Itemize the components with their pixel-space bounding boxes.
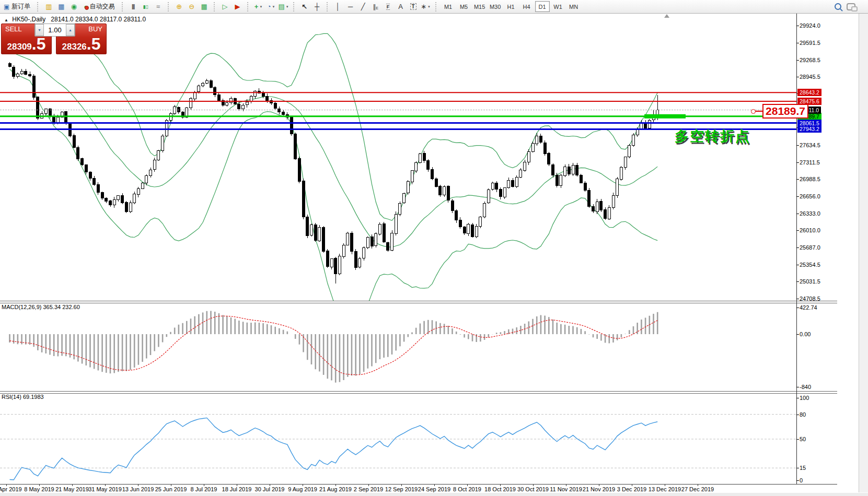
price-tick-mark <box>796 60 799 61</box>
cursor-tool-button[interactable]: ↖ <box>298 1 311 13</box>
charts-button[interactable]: ▦ <box>55 1 67 13</box>
date-tick-label: 12 Sep 2019 <box>385 486 418 492</box>
buy-price: 28326.5 <box>56 39 107 52</box>
date-tick-label: 18 Jul 2019 <box>222 486 252 492</box>
volume-stepper: ▼ ▲ <box>34 23 75 37</box>
volume-increase-button[interactable]: ▲ <box>66 24 75 36</box>
fibonacci-icon: F <box>386 4 390 10</box>
macd-panel[interactable] <box>0 303 796 392</box>
price-tick-mark <box>796 26 799 26</box>
main-toolbar: ▣ 新订单 ▥ ▦ ◉ ● 自动交易 ||| ▮▯ ≈ ⊕ ⊖ ▦ ▷ ▶ +▼… <box>0 0 868 14</box>
rsi-tick-mark <box>796 468 799 468</box>
macd-indicator-label: MACD(12,26,9) 365.34 232.60 <box>2 304 80 310</box>
price-tick-label: 25687.0 <box>800 244 820 251</box>
date-tick-label: 27 Dec 2019 <box>681 486 714 492</box>
price-tick-label: 25031.5 <box>800 278 820 285</box>
tab-mn[interactable]: MN <box>566 1 581 12</box>
price-tick-label: 26988.5 <box>800 176 820 182</box>
arrows-tool-button[interactable]: ∗▼ <box>420 1 432 13</box>
tab-h1[interactable]: H1 <box>504 1 518 12</box>
price-tick-label: 25354.5 <box>800 262 820 268</box>
tab-w1[interactable]: W1 <box>551 1 565 12</box>
date-tick-label: 25 Jun 2019 <box>155 486 187 492</box>
text-tool-button[interactable]: A <box>395 1 407 13</box>
date-tick-label: 13 Dec 2019 <box>649 486 681 492</box>
tab-h4[interactable]: H4 <box>519 1 534 12</box>
price-line-label: 28643.2 <box>797 89 821 96</box>
indicators-button[interactable]: +▼ <box>252 1 265 13</box>
volume-input[interactable] <box>44 24 66 36</box>
price-tick-label: 29268.5 <box>800 57 820 63</box>
price-callout-label[interactable]: 28189.7 <box>762 104 808 119</box>
periods-button[interactable]: ◔▼ <box>265 1 277 13</box>
tab-m1[interactable]: M1 <box>441 1 456 12</box>
volume-decrease-button[interactable]: ▼ <box>35 24 44 36</box>
search-icon[interactable] <box>835 3 841 10</box>
panel-divider[interactable] <box>0 391 837 394</box>
autotrade-button[interactable]: ● 自动交易 <box>80 1 118 13</box>
date-tick-label: 8 May 2019 <box>24 486 54 492</box>
tab-m5[interactable]: M5 <box>457 1 471 12</box>
date-tick-label: 21 Aug 2019 <box>319 486 352 492</box>
chat-icon[interactable] <box>847 3 855 10</box>
indicators-plus-icon: + <box>254 3 259 10</box>
hline-tool-button[interactable]: ─ <box>344 1 357 13</box>
candlesticks <box>8 62 659 284</box>
market-watch-button[interactable]: ▥ <box>42 1 55 13</box>
label-tool-button[interactable]: T <box>407 1 420 13</box>
toolbar-separator <box>168 2 171 11</box>
arrows-icon: ∗ <box>421 3 426 10</box>
price-tick-label: 26656.0 <box>800 193 820 199</box>
line-chart-button[interactable]: ≈ <box>152 1 165 13</box>
rsi-line <box>10 418 658 480</box>
panel-divider[interactable] <box>0 301 837 303</box>
price-tick-mark <box>796 281 799 282</box>
callout-anchor-knob <box>751 109 756 114</box>
template-icon: ▤ <box>278 3 284 10</box>
rsi-tick-mark <box>796 480 799 481</box>
tab-d1[interactable]: D1 <box>535 1 550 12</box>
line-chart-icon: ≈ <box>156 3 160 10</box>
crosshair-tool-button[interactable]: ┼ <box>311 1 323 13</box>
macd-tick-mark <box>796 334 799 335</box>
zoom-out-button[interactable]: ⊖ <box>186 1 198 13</box>
tab-m15[interactable]: M15 <box>472 1 487 12</box>
signal-icon: ◉ <box>71 3 77 10</box>
rsi-panel[interactable] <box>0 393 796 484</box>
bar-chart-button[interactable]: ||| <box>127 1 140 13</box>
cursor-icon: ↖ <box>302 3 307 10</box>
zoom-in-button[interactable]: ⊕ <box>173 1 186 13</box>
new-order-button[interactable]: ▣ 新订单 <box>0 1 34 13</box>
chart-shift-button[interactable]: ▶ <box>232 1 244 13</box>
templates-button[interactable]: ▤▼ <box>277 1 290 13</box>
vline-tool-button[interactable]: │ <box>332 1 344 13</box>
signal-button[interactable]: ◉ <box>67 1 80 13</box>
trendline-icon: ╱ <box>361 3 365 10</box>
trendline-tool-button[interactable]: ╱ <box>357 1 369 13</box>
clock-icon: ◔ <box>267 3 271 10</box>
text-tool-icon: A <box>398 3 403 10</box>
price-tick-mark <box>796 162 799 163</box>
chart-shift-marker[interactable] <box>664 14 669 18</box>
chart-ohlc-values: 28141.0 28334.0 28117.0 28311.0 <box>51 16 146 23</box>
dropdown-caret-icon: ▼ <box>272 5 275 8</box>
date-tick-label: 30 Oct 2019 <box>517 486 549 492</box>
tile-windows-button[interactable]: ▦ <box>198 1 211 13</box>
tab-m30[interactable]: M30 <box>488 1 503 12</box>
price-tick-label: 28945.5 <box>800 74 820 80</box>
auto-scroll-button[interactable]: ▷ <box>219 1 232 13</box>
date-tick-label: 31 May 2019 <box>88 486 122 492</box>
price-tick-label: 29591.5 <box>800 40 820 46</box>
fibonacci-tool-button[interactable]: F <box>382 1 395 13</box>
macd-tick-mark <box>796 308 799 308</box>
candle-chart-button[interactable]: ▮▯ <box>140 1 152 13</box>
channel-tool-button[interactable]: ∥E <box>369 1 382 13</box>
bollinger-upper-band <box>10 31 658 220</box>
date-tick-label: 25 Apr 2019 <box>0 486 22 492</box>
highlight-rectangle-object[interactable] <box>644 114 686 119</box>
main-price-chart[interactable] <box>0 14 796 302</box>
price-tick-mark <box>796 77 799 77</box>
turning-point-annotation[interactable]: 多空转折点 <box>675 127 750 146</box>
date-tick-label: 18 Oct 2019 <box>484 486 516 492</box>
zoom-out-icon: ⊖ <box>189 3 194 10</box>
